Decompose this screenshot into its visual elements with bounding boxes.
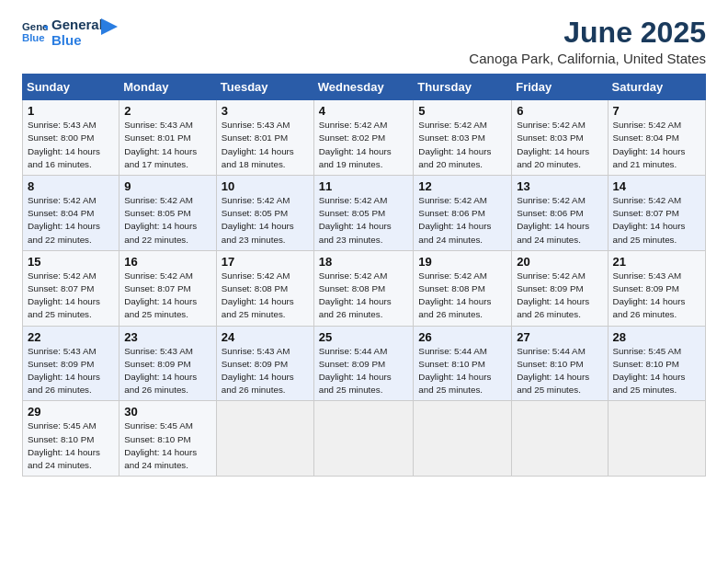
day-info: Sunrise: 5:43 AM Sunset: 8:09 PM Dayligh… — [222, 345, 309, 397]
calendar-cell: 8Sunrise: 5:42 AM Sunset: 8:04 PM Daylig… — [23, 176, 119, 251]
day-info: Sunrise: 5:44 AM Sunset: 8:10 PM Dayligh… — [517, 345, 602, 397]
calendar-week-row: 15Sunrise: 5:42 AM Sunset: 8:07 PM Dayli… — [23, 250, 706, 326]
calendar-cell — [313, 401, 414, 477]
day-info: Sunrise: 5:42 AM Sunset: 8:08 PM Dayligh… — [222, 270, 309, 322]
header-sunday: Sunday — [23, 75, 119, 100]
day-info: Sunrise: 5:43 AM Sunset: 8:09 PM Dayligh… — [124, 345, 211, 397]
day-info: Sunrise: 5:42 AM Sunset: 8:06 PM Dayligh… — [418, 194, 506, 247]
day-number: 17 — [222, 255, 309, 269]
header-friday: Friday — [512, 75, 608, 100]
day-info: Sunrise: 5:43 AM Sunset: 8:00 PM Dayligh… — [28, 119, 114, 171]
day-info: Sunrise: 5:42 AM Sunset: 8:02 PM Dayligh… — [319, 119, 409, 171]
calendar-cell: 26Sunrise: 5:44 AM Sunset: 8:10 PM Dayli… — [414, 326, 512, 401]
calendar-cell: 12Sunrise: 5:42 AM Sunset: 8:06 PM Dayli… — [414, 176, 512, 251]
day-number: 7 — [613, 104, 700, 118]
calendar-week-row: 22Sunrise: 5:43 AM Sunset: 8:09 PM Dayli… — [23, 326, 706, 401]
day-number: 1 — [28, 104, 114, 118]
day-number: 27 — [517, 330, 602, 344]
day-info: Sunrise: 5:45 AM Sunset: 8:10 PM Dayligh… — [613, 345, 700, 397]
page: General Blue General Blue June 2025 Cano… — [0, 0, 728, 563]
calendar-cell: 4Sunrise: 5:42 AM Sunset: 8:02 PM Daylig… — [313, 100, 414, 176]
day-number: 29 — [28, 405, 114, 419]
day-number: 8 — [28, 179, 114, 193]
calendar-cell: 17Sunrise: 5:42 AM Sunset: 8:08 PM Dayli… — [216, 250, 313, 326]
day-info: Sunrise: 5:42 AM Sunset: 8:07 PM Dayligh… — [124, 270, 211, 322]
calendar-cell: 16Sunrise: 5:42 AM Sunset: 8:07 PM Dayli… — [119, 250, 217, 326]
calendar-cell: 23Sunrise: 5:43 AM Sunset: 8:09 PM Dayli… — [119, 326, 217, 401]
day-info: Sunrise: 5:42 AM Sunset: 8:08 PM Dayligh… — [319, 270, 409, 322]
header: General Blue General Blue June 2025 Cano… — [22, 17, 706, 66]
day-number: 16 — [124, 255, 211, 269]
calendar-cell — [608, 401, 705, 477]
calendar-header-row: Sunday Monday Tuesday Wednesday Thursday… — [23, 75, 706, 100]
day-number: 28 — [613, 330, 700, 344]
day-info: Sunrise: 5:43 AM Sunset: 8:09 PM Dayligh… — [613, 270, 700, 322]
calendar-table: Sunday Monday Tuesday Wednesday Thursday… — [22, 74, 706, 477]
calendar-cell: 24Sunrise: 5:43 AM Sunset: 8:09 PM Dayli… — [216, 326, 313, 401]
day-info: Sunrise: 5:42 AM Sunset: 8:05 PM Dayligh… — [124, 194, 211, 247]
calendar-cell: 10Sunrise: 5:42 AM Sunset: 8:05 PM Dayli… — [216, 176, 313, 251]
logo-text-general: General — [51, 17, 103, 32]
main-title: June 2025 — [469, 17, 706, 49]
day-number: 12 — [418, 179, 506, 193]
header-saturday: Saturday — [608, 75, 705, 100]
day-number: 26 — [418, 330, 506, 344]
day-number: 24 — [222, 330, 309, 344]
calendar-cell: 27Sunrise: 5:44 AM Sunset: 8:10 PM Dayli… — [512, 326, 608, 401]
day-number: 20 — [517, 255, 602, 269]
calendar-cell: 19Sunrise: 5:42 AM Sunset: 8:08 PM Dayli… — [414, 250, 512, 326]
day-number: 22 — [28, 330, 114, 344]
day-number: 15 — [28, 255, 114, 269]
header-tuesday: Tuesday — [216, 75, 313, 100]
calendar-cell: 9Sunrise: 5:42 AM Sunset: 8:05 PM Daylig… — [119, 176, 217, 251]
day-info: Sunrise: 5:42 AM Sunset: 8:08 PM Dayligh… — [418, 270, 506, 322]
day-number: 9 — [124, 179, 211, 193]
day-info: Sunrise: 5:42 AM Sunset: 8:04 PM Dayligh… — [613, 119, 700, 171]
calendar-cell: 21Sunrise: 5:43 AM Sunset: 8:09 PM Dayli… — [608, 250, 705, 326]
svg-text:General: General — [22, 22, 48, 33]
calendar-cell: 3Sunrise: 5:43 AM Sunset: 8:01 PM Daylig… — [216, 100, 313, 176]
logo-icon: General Blue — [22, 19, 48, 45]
calendar-cell: 7Sunrise: 5:42 AM Sunset: 8:04 PM Daylig… — [608, 100, 705, 176]
day-number: 11 — [319, 179, 409, 193]
day-number: 13 — [517, 179, 602, 193]
day-info: Sunrise: 5:43 AM Sunset: 8:09 PM Dayligh… — [28, 345, 114, 397]
calendar-week-row: 1Sunrise: 5:43 AM Sunset: 8:00 PM Daylig… — [23, 100, 706, 176]
day-number: 30 — [124, 405, 211, 419]
day-info: Sunrise: 5:42 AM Sunset: 8:04 PM Dayligh… — [28, 194, 114, 247]
day-info: Sunrise: 5:42 AM Sunset: 8:03 PM Dayligh… — [517, 119, 602, 171]
calendar-cell: 29Sunrise: 5:45 AM Sunset: 8:10 PM Dayli… — [23, 401, 119, 477]
day-info: Sunrise: 5:44 AM Sunset: 8:09 PM Dayligh… — [319, 345, 409, 397]
day-info: Sunrise: 5:43 AM Sunset: 8:01 PM Dayligh… — [222, 119, 309, 171]
calendar-cell: 20Sunrise: 5:42 AM Sunset: 8:09 PM Dayli… — [512, 250, 608, 326]
logo-arrow-icon — [101, 18, 118, 35]
day-number: 23 — [124, 330, 211, 344]
day-number: 3 — [222, 104, 309, 118]
logo-text-blue: Blue — [51, 32, 103, 48]
day-info: Sunrise: 5:42 AM Sunset: 8:05 PM Dayligh… — [319, 194, 409, 247]
calendar-cell — [512, 401, 608, 477]
calendar-cell: 11Sunrise: 5:42 AM Sunset: 8:05 PM Dayli… — [313, 176, 414, 251]
day-info: Sunrise: 5:43 AM Sunset: 8:01 PM Dayligh… — [124, 119, 211, 171]
calendar-cell — [216, 401, 313, 477]
day-info: Sunrise: 5:42 AM Sunset: 8:07 PM Dayligh… — [28, 270, 114, 322]
day-info: Sunrise: 5:45 AM Sunset: 8:10 PM Dayligh… — [28, 419, 114, 472]
calendar-cell: 28Sunrise: 5:45 AM Sunset: 8:10 PM Dayli… — [608, 326, 705, 401]
day-number: 2 — [124, 104, 211, 118]
calendar-cell: 18Sunrise: 5:42 AM Sunset: 8:08 PM Dayli… — [313, 250, 414, 326]
calendar-week-row: 29Sunrise: 5:45 AM Sunset: 8:10 PM Dayli… — [23, 401, 706, 477]
day-number: 25 — [319, 330, 409, 344]
calendar-cell: 6Sunrise: 5:42 AM Sunset: 8:03 PM Daylig… — [512, 100, 608, 176]
calendar-cell: 14Sunrise: 5:42 AM Sunset: 8:07 PM Dayli… — [608, 176, 705, 251]
day-info: Sunrise: 5:42 AM Sunset: 8:09 PM Dayligh… — [517, 270, 602, 322]
day-info: Sunrise: 5:42 AM Sunset: 8:05 PM Dayligh… — [222, 194, 309, 247]
calendar-cell: 1Sunrise: 5:43 AM Sunset: 8:00 PM Daylig… — [23, 100, 119, 176]
day-number: 10 — [222, 179, 309, 193]
calendar-cell: 22Sunrise: 5:43 AM Sunset: 8:09 PM Dayli… — [23, 326, 119, 401]
subtitle: Canoga Park, California, United States — [469, 51, 706, 66]
calendar-cell: 5Sunrise: 5:42 AM Sunset: 8:03 PM Daylig… — [414, 100, 512, 176]
day-number: 21 — [613, 255, 700, 269]
day-info: Sunrise: 5:45 AM Sunset: 8:10 PM Dayligh… — [124, 419, 211, 472]
day-number: 14 — [613, 179, 700, 193]
header-monday: Monday — [119, 75, 217, 100]
